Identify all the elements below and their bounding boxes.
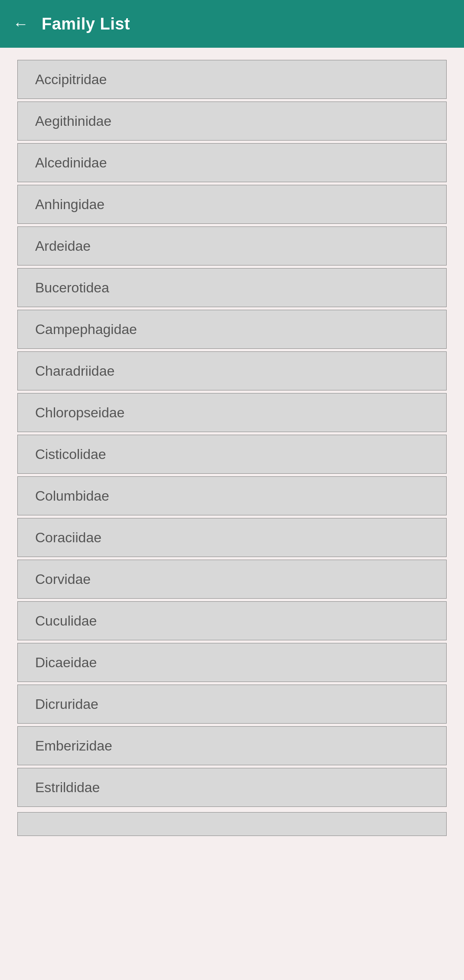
list-item[interactable]: Dicruridae <box>17 685 447 724</box>
list-item[interactable]: Aegithinidae <box>17 102 447 141</box>
list-item-label: Emberizidae <box>35 738 112 754</box>
list-item-label: Campephagidae <box>35 321 137 338</box>
list-item-label: Columbidae <box>35 488 109 504</box>
list-item[interactable]: Ardeidae <box>17 226 447 265</box>
page-title: Family List <box>42 15 130 33</box>
list-item[interactable]: Cisticolidae <box>17 435 447 474</box>
list-item-partial[interactable] <box>17 812 447 836</box>
list-item-label: Dicruridae <box>35 696 98 712</box>
list-item-label: Charadriidae <box>35 363 114 379</box>
list-item-label: Coraciidae <box>35 530 101 546</box>
list-item-label: Cisticolidae <box>35 446 106 462</box>
list-item-label: Alcedinidae <box>35 155 107 171</box>
list-item-label: Anhingidae <box>35 197 105 213</box>
list-item[interactable]: Charadriidae <box>17 351 447 390</box>
app-header: ← Family List <box>0 0 464 48</box>
list-item[interactable]: Chloropseidae <box>17 393 447 432</box>
list-item[interactable]: Bucerotidea <box>17 268 447 307</box>
list-item[interactable]: Coraciidae <box>17 518 447 557</box>
list-item-label: Ardeidae <box>35 238 91 254</box>
list-item-label: Aegithinidae <box>35 113 111 129</box>
back-button[interactable]: ← <box>13 16 29 32</box>
list-item-label: Dicaeidae <box>35 655 97 671</box>
list-item[interactable]: Accipitridae <box>17 60 447 99</box>
list-item[interactable]: Estrildidae <box>17 768 447 807</box>
list-item-label: Chloropseidae <box>35 405 124 421</box>
list-item[interactable]: Alcedinidae <box>17 143 447 182</box>
list-item[interactable]: Columbidae <box>17 476 447 515</box>
list-item-label: Bucerotidea <box>35 280 109 296</box>
list-item-label: Cuculidae <box>35 613 97 629</box>
list-item-label: Accipitridae <box>35 72 107 88</box>
list-item-label: Corvidae <box>35 571 91 587</box>
list-item[interactable]: Anhingidae <box>17 185 447 224</box>
list-item[interactable]: Cuculidae <box>17 601 447 640</box>
list-item[interactable]: Dicaeidae <box>17 643 447 682</box>
list-item[interactable]: Corvidae <box>17 560 447 599</box>
list-item[interactable]: Campephagidae <box>17 310 447 349</box>
family-list: AccipitridaeAegithinidaeAlcedinidaeAnhin… <box>0 48 464 848</box>
list-item-label: Estrildidae <box>35 780 100 796</box>
list-item[interactable]: Emberizidae <box>17 726 447 765</box>
